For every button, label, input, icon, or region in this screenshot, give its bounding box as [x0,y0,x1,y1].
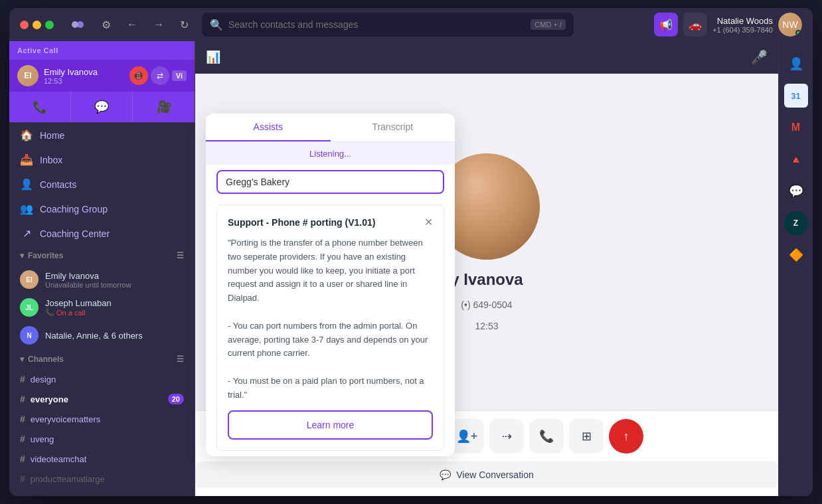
user-name: Natalie Woods [712,16,773,26]
drive-icon-button[interactable]: 🔺 [784,147,808,171]
search-bar[interactable]: 🔍 CMD + / [202,13,574,37]
home-icon: 🏠 [20,129,33,141]
microphone-icon[interactable]: 🎤 [751,49,768,65]
gmail-icon-button[interactable]: M [784,116,808,139]
view-conversation-label: View Conversation [456,469,533,480]
search-input-area [206,165,455,199]
search-input[interactable] [228,19,525,30]
main-area: y Ivanova (•) 649-0504 12:53 Assists Tra… [195,74,778,410]
contact-name-text: y Ivanova [450,270,523,288]
sidebar-item-coaching-center-label: Coaching Center [40,228,110,239]
favorite-joseph-info: Joseph Lumaban 📞 On a call [45,298,112,317]
app-logo [67,14,88,35]
learn-more-button[interactable]: Learn more [228,410,433,440]
sidebar-item-inbox[interactable]: 📥 Inbox [9,147,195,172]
channel-hash-vtc: # [20,454,25,464]
channel-name-everyone: everyone [31,394,163,404]
sidebar-item-contacts-label: Contacts [40,179,76,190]
inbox-icon: 📥 [20,153,33,166]
online-indicator [795,30,801,36]
sidebar-item-contacts[interactable]: 👤 Contacts [9,172,195,197]
bar-chart-icon: 📊 [206,50,220,64]
phone-call-button[interactable]: 📞 [9,92,71,122]
channel-badge-everyone: 20 [168,394,184,404]
sidebar-item-coaching-center[interactable]: ↗ Coaching Center [9,221,195,246]
zendesk-icon-button[interactable]: Z [784,211,808,235]
sidebar-item-coaching-group[interactable]: 👥 Coaching Group [9,197,195,221]
refresh-button[interactable]: ↻ [175,16,194,34]
favorite-group[interactable]: N Natalie, Annie, & 6 others [9,321,195,349]
favorites-collapse-icon[interactable]: ▾ [20,251,24,260]
right-panel-header: 📊 🎤 [195,41,778,74]
hubspot-icon-button[interactable]: 🔶 [784,243,808,267]
channel-everyvoicematters[interactable]: # everyvoicematters [9,409,195,429]
channel-videoteamchat[interactable]: # videoteamchat [9,449,195,469]
coaching-center-icon: ↗ [20,227,33,240]
channel-design[interactable]: # design [9,369,195,389]
end-call-main-button[interactable]: ↑ [609,419,643,454]
tab-transcript[interactable]: Transcript [331,114,455,141]
transfer-call-button[interactable]: ⇢ [489,419,524,454]
chat-icon-button[interactable]: 💬 [784,179,808,203]
sidebar-item-inbox-label: Inbox [40,155,62,165]
view-conversation-button[interactable]: 💬 View Conversation [195,462,778,488]
transfer-button[interactable]: ⇄ [151,66,169,85]
sidebar-item-home[interactable]: 🏠 Home [9,123,195,147]
channel-productteamatlarge[interactable]: # productteamatlarge [9,469,195,489]
favorite-group-name: Natalie, Annie, & 6 others [45,331,143,341]
favorite-emily[interactable]: EI Emily Ivanova Unavailable until tomor… [9,266,195,294]
user-text: Natalie Woods +1 (604) 359-7840 [712,16,773,34]
favorites-header: ▾ Favorites ☰ [9,246,195,266]
end-call-button[interactable]: 📵 [129,66,148,85]
caller-time: 12:53 [44,77,98,85]
caller-info: Emily Ivanova 12:53 [44,67,98,85]
right-panel: 📊 🎤 y Ivanova (•) 649-0504 12:53 [195,41,778,496]
vi-badge: Vi [172,70,187,81]
assists-search-input[interactable] [216,170,444,194]
channel-uveng[interactable]: # uveng [9,429,195,449]
card-body-1: "Porting is the transfer of a phone numb… [228,236,433,305]
favorite-joseph[interactable]: JL Joseph Lumaban 📞 On a call [9,294,195,321]
channels-collapse-icon[interactable]: ▾ [20,355,24,364]
active-call-user: EI Emily Ivanova 12:53 [17,65,98,86]
dialpad-button[interactable]: ⊞ [569,419,604,454]
keyboard-shortcut: CMD + / [531,19,566,30]
call-actions: 📵 ⇄ Vi [129,66,187,85]
assists-overlay: Assists Transcript Listening... Suppo [206,114,455,456]
channel-hash-uveng: # [20,434,25,444]
notification-button[interactable]: 📢 [654,13,678,37]
message-button[interactable]: 💬 [71,92,133,122]
sidebar-item-coaching-group-label: Coaching Group [40,204,108,214]
channel-name-evm: everyvoicematters [31,414,184,424]
favorite-emily-avatar: EI [20,270,39,289]
card-title: Support - Phone # porting (V1.01) [228,217,375,228]
sidebar: Active Call EI Emily Ivanova 12:53 📵 ⇄ V… [9,41,195,496]
card-body-2: - You can port numbers from the admin po… [228,319,433,361]
channel-everyone[interactable]: # everyone 20 [9,389,195,409]
back-button[interactable]: ← [122,16,143,33]
channel-hash-design: # [20,374,25,384]
channels-menu-icon[interactable]: ☰ [177,355,184,364]
minimize-button[interactable] [33,21,41,29]
person-icon-button[interactable]: 👤 [784,52,808,76]
favorites-header-left: ▾ Favorites [20,251,63,260]
video-button[interactable]: 🎥 [133,92,195,122]
maximize-button[interactable] [45,21,54,29]
card-close-button[interactable]: ✕ [424,216,433,228]
listening-bar: Listening... [206,142,455,165]
call-buttons: 📞 💬 🎥 [9,92,195,123]
calendar-icon-button[interactable]: 31 [784,84,808,108]
avatar[interactable]: NW [778,13,802,37]
favorites-menu-icon[interactable]: ☰ [177,251,184,260]
on-call-icon: 📞 [45,308,54,317]
forward-button[interactable]: → [148,16,169,33]
settings-button[interactable]: ⚙ [96,16,116,34]
channel-name-vtc: videoteamchat [31,454,184,464]
coaching-button[interactable]: 📞 [529,419,564,454]
close-button[interactable] [20,21,29,29]
apps-button[interactable]: 🚗 [683,13,707,37]
favorite-joseph-name: Joseph Lumaban [45,298,112,308]
channel-hash-everyone: # [20,394,25,404]
tab-assists[interactable]: Assists [206,114,331,141]
nav-buttons: ⚙ ← → ↻ [96,16,194,34]
